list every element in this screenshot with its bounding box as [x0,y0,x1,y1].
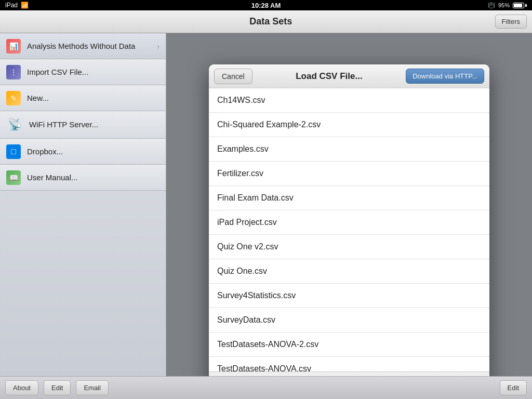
status-left: iPad 📶 [5,2,29,9]
bottom-toolbar: About Edit Email Edit [0,376,532,399]
sidebar-item-label-user-manual: User Manual... [27,173,78,182]
sidebar-item-import-csv[interactable]: ⋮ Import CSV File... [0,59,166,85]
filters-button[interactable]: Filters [495,15,527,29]
status-bar: iPad 📶 10:28 AM 📳 95% [0,0,532,10]
file-item[interactable]: Final Exam Data.csv [209,186,489,210]
file-item[interactable]: Quiz One v2.csv [209,235,489,259]
edit-right-button[interactable]: Edit [500,380,527,395]
bottom-toolbar-left: About Edit Email [5,380,109,395]
about-button[interactable]: About [5,380,38,395]
file-item[interactable]: Survey4Statistics.csv [209,284,489,308]
modal-download-button[interactable]: Download via HTTP... [406,69,484,84]
sidebar-item-user-manual[interactable]: 📖 User Manual... [0,165,166,191]
modal-footer: Delete Files [209,371,489,376]
nav-bar: Data Sets Filters [0,10,532,33]
sidebar-item-label-import-csv: Import CSV File... [27,68,88,77]
file-list: Ch14WS.csvChi-Squared Example-2.csvExamp… [209,88,489,371]
sidebar: 📊 Analysis Methods Without Data › ⋮ Impo… [0,33,166,376]
sidebar-item-label-wifi-http: WiFi HTTP Server... [29,120,98,129]
edit-icon: ✎ [6,91,21,105]
chart-icon: 📊 [6,39,21,54]
file-item[interactable]: TestDatasets-ANOVA.csv [209,357,489,371]
sidebar-item-analysis-methods[interactable]: 📊 Analysis Methods Without Data › [0,33,166,59]
modal-overlay: Cancel Load CSV File... Download via HTT… [166,33,532,376]
file-item[interactable]: iPad Project.csv [209,210,489,235]
sidebar-item-label-new: New... [27,94,49,103]
sidebar-item-dropbox[interactable]: □ Dropbox... [0,139,166,165]
device-label: iPad [5,2,18,9]
main-panel: Cancel Load CSV File... Download via HTT… [166,33,532,376]
bluetooth-icon: 📳 [488,2,495,9]
sidebar-item-label-analysis-methods: Analysis Methods Without Data [27,42,135,51]
sidebar-item-label-dropbox: Dropbox... [27,147,63,156]
modal-dialog: Cancel Load CSV File... Download via HTT… [209,64,489,376]
content-area: 📊 Analysis Methods Without Data › ⋮ Impo… [0,33,532,376]
wifi-icon: 📡 [6,116,23,133]
modal-title: Load CSV File... [252,71,406,82]
app-container: Data Sets Filters 📊 Analysis Methods Wit… [0,10,532,399]
edit-left-button[interactable]: Edit [44,380,71,395]
sidebar-item-new[interactable]: ✎ New... [0,85,166,111]
chevron-right-icon: › [157,42,159,50]
email-button[interactable]: Email [76,380,109,395]
file-item[interactable]: SurveyData.csv [209,308,489,332]
sidebar-item-wifi-http[interactable]: 📡 WiFi HTTP Server... [0,111,166,139]
modal-header: Cancel Load CSV File... Download via HTT… [209,64,489,88]
file-item[interactable]: Fertilizer.csv [209,162,489,186]
file-item[interactable]: Ch14WS.csv [209,88,489,113]
book-icon: 📖 [6,170,21,185]
file-item[interactable]: TestDatasets-ANOVA-2.csv [209,332,489,357]
file-item[interactable]: Quiz One.csv [209,259,489,284]
file-item[interactable]: Examples.csv [209,137,489,162]
dropbox-icon: □ [6,144,21,159]
battery-percent: 95% [498,2,510,8]
status-time: 10:28 AM [251,2,281,9]
wifi-status-icon: 📶 [21,2,29,9]
grid-icon: ⋮ [6,65,21,79]
status-right: 📳 95% [488,2,527,9]
modal-cancel-button[interactable]: Cancel [214,69,252,84]
page-title: Data Sets [249,16,292,27]
file-item[interactable]: Chi-Squared Example-2.csv [209,113,489,137]
battery-indicator [513,3,527,8]
bottom-toolbar-right: Edit [500,380,527,395]
